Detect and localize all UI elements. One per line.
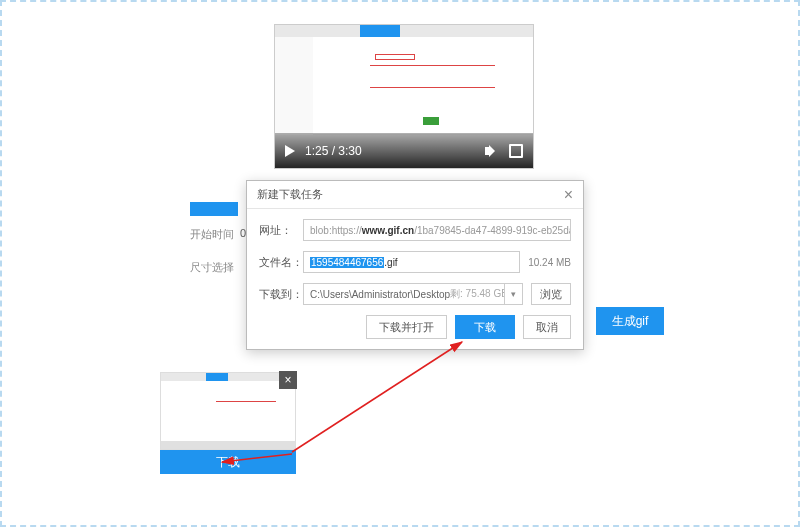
play-icon[interactable]: [285, 145, 295, 157]
video-content-preview: [275, 25, 533, 135]
url-row: 网址： blob:https://www.gif.cn/1ba79845-da4…: [259, 219, 571, 241]
video-controls: 1:25 / 3:30: [275, 133, 533, 168]
disk-free: 剩: 75.48 GB: [450, 287, 505, 301]
chevron-down-icon[interactable]: ▾: [505, 283, 523, 305]
dialog-header: 新建下载任务 ×: [247, 181, 583, 209]
saveto-input[interactable]: C:\Users\Administrator\Desktop 剩: 75.48 …: [303, 283, 505, 305]
filesize-text: 10.24 MB: [528, 257, 571, 268]
cancel-button[interactable]: 取消: [523, 315, 571, 339]
size-select-label: 尺寸选择: [190, 260, 234, 275]
filename-label: 文件名：: [259, 255, 303, 270]
svg-line-0: [292, 342, 462, 452]
thumbnail-preview: ×: [160, 372, 296, 450]
download-dialog: 新建下载任务 × 网址： blob:https://www.gif.cn/1ba…: [246, 180, 584, 350]
progress-segment: [190, 202, 238, 216]
download-button[interactable]: 下载: [455, 315, 515, 339]
video-player: 1:25 / 3:30: [274, 24, 534, 169]
saveto-row: 下载到： C:\Users\Administrator\Desktop 剩: 7…: [259, 283, 571, 305]
dialog-title: 新建下载任务: [257, 187, 323, 202]
thumbnail-download-button[interactable]: 下载: [160, 450, 296, 474]
filename-row: 文件名： 1595484467656.gif 10.24 MB: [259, 251, 571, 273]
video-time-display: 1:25 / 3:30: [305, 144, 362, 158]
close-icon[interactable]: ×: [564, 186, 573, 204]
generate-gif-button[interactable]: 生成gif: [596, 307, 664, 335]
saveto-label: 下载到：: [259, 287, 303, 302]
browse-button[interactable]: 浏览: [531, 283, 571, 305]
page-container: 1:25 / 3:30 开始时间 00:01:25 尺寸选择 720P 生成gi…: [0, 0, 800, 527]
volume-icon[interactable]: [485, 144, 499, 158]
url-input[interactable]: blob:https://www.gif.cn/1ba79845-da47-48…: [303, 219, 571, 241]
filename-input[interactable]: 1595484467656.gif: [303, 251, 520, 273]
fullscreen-icon[interactable]: [509, 144, 523, 158]
thumbnail-close-icon[interactable]: ×: [279, 371, 297, 389]
dialog-footer: 下载并打开 下载 取消: [366, 315, 571, 339]
download-and-open-button[interactable]: 下载并打开: [366, 315, 447, 339]
start-time-label: 开始时间: [190, 227, 234, 242]
url-label: 网址：: [259, 223, 303, 238]
thumbnail-card: × 下载: [160, 372, 296, 474]
